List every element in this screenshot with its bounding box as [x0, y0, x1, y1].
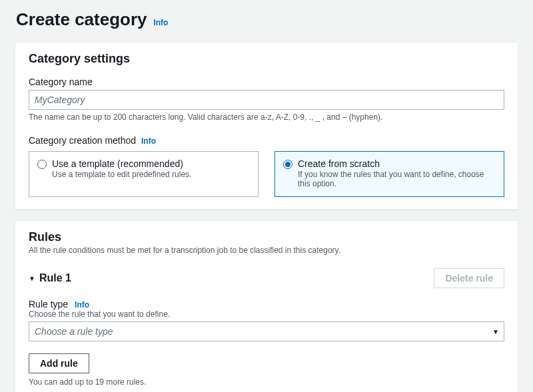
caret-down-icon: ▼: [29, 275, 35, 282]
add-rule-helper: You can add up to 19 more rules.: [29, 377, 504, 387]
page-title: Create category: [16, 9, 147, 30]
option-use-template[interactable]: Use a template (recommended) Use a templ…: [29, 151, 259, 197]
rules-subtitle: All the rule conditions must be met for …: [29, 246, 504, 255]
creation-method-label: Category creation method: [29, 135, 136, 146]
creation-method-info-link[interactable]: Info: [141, 136, 156, 146]
rule-1-title: Rule 1: [39, 272, 71, 284]
radio-icon: [37, 160, 47, 169]
rule-type-helper: Choose the rule that you want to define.: [29, 309, 504, 319]
settings-title: Category settings: [29, 52, 504, 66]
option-scratch-desc: If you know the rules that you want to d…: [298, 170, 496, 188]
add-rule-button[interactable]: Add rule: [29, 353, 89, 373]
category-settings-panel: Category settings Category name The name…: [15, 42, 518, 210]
option-create-from-scratch[interactable]: Create from scratch If you know the rule…: [274, 151, 504, 197]
page-info-link[interactable]: Info: [153, 18, 168, 27]
category-name-input[interactable]: [29, 90, 504, 110]
rule-type-label: Rule type: [29, 299, 68, 309]
rules-title: Rules: [29, 230, 504, 244]
rules-panel: Rules All the rule conditions must be me…: [15, 220, 518, 392]
delete-rule-button[interactable]: Delete rule: [434, 268, 504, 288]
rule-type-info-link[interactable]: Info: [75, 300, 89, 309]
category-name-helper: The name can be up to 200 characters lon…: [29, 112, 504, 122]
category-name-label: Category name: [29, 77, 504, 87]
option-template-title: Use a template (recommended): [52, 158, 191, 169]
option-scratch-title: Create from scratch: [298, 158, 496, 169]
rule-type-select[interactable]: Choose a rule type: [29, 321, 504, 341]
option-template-desc: Use a template to edit predefined rules.: [52, 170, 191, 179]
radio-icon: [283, 160, 292, 169]
rule-1-toggle[interactable]: ▼ Rule 1: [29, 272, 71, 284]
